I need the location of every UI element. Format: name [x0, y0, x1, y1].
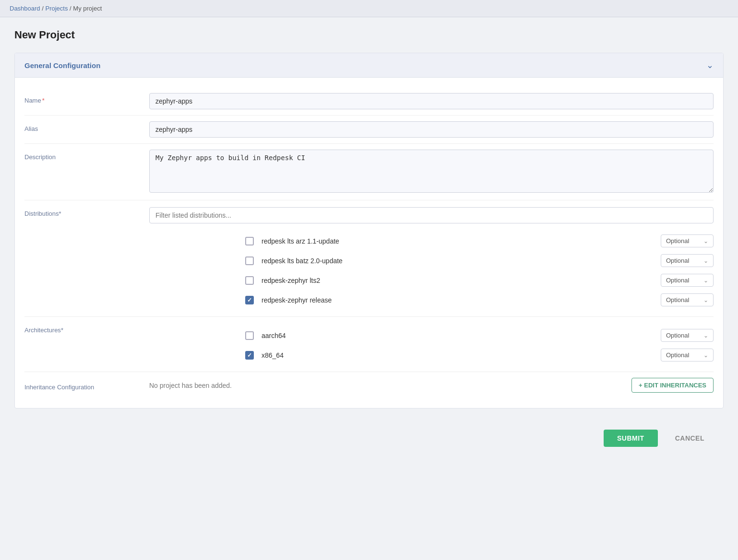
- dist-dropdown-chevron-1: ⌄: [703, 238, 708, 245]
- page-title: New Project: [14, 29, 724, 41]
- name-label: Name*: [24, 93, 149, 104]
- arch-row-1: aarch64 Optional ⌄: [245, 326, 714, 345]
- alias-input-wrap: [149, 121, 714, 138]
- cancel-button[interactable]: CANCEL: [666, 430, 714, 447]
- name-row: Name*: [24, 87, 714, 116]
- submit-button[interactable]: SUBMIT: [604, 430, 658, 447]
- arch-dropdown-chevron-1: ⌄: [703, 332, 708, 339]
- dist-name-2: redpesk lts batz 2.0-update: [262, 257, 661, 265]
- distributions-list: redpesk lts arz 1.1-update Optional ⌄ re…: [149, 231, 714, 310]
- arch-optional-label-1: Optional: [666, 332, 689, 339]
- distributions-label: Distributions*: [24, 207, 149, 217]
- dist-optional-select-3[interactable]: Optional ⌄: [661, 274, 714, 287]
- breadcrumb-dashboard[interactable]: Dashboard: [10, 5, 40, 12]
- arch-optional-label-2: Optional: [666, 351, 689, 359]
- general-config-title: General Configuration: [24, 61, 100, 70]
- architectures-control: aarch64 Optional ⌄ x86_64 Optional: [149, 324, 714, 365]
- description-input-wrap: My Zephyr apps to build in Redpesk CI: [149, 150, 714, 194]
- dist-optional-label-3: Optional: [666, 277, 689, 284]
- dist-checkbox-4[interactable]: [245, 296, 254, 304]
- dist-name-4: redpesk-zephyr release: [262, 296, 661, 304]
- alias-row: Alias: [24, 116, 714, 144]
- dist-name-1: redpesk lts arz 1.1-update: [262, 237, 661, 245]
- dist-optional-label-2: Optional: [666, 257, 689, 264]
- dist-row-3: redpesk-zephyr lts2 Optional ⌄: [245, 270, 714, 290]
- breadcrumb-current: My project: [73, 5, 102, 12]
- arch-name-2: x86_64: [262, 351, 661, 359]
- chevron-down-icon[interactable]: ⌄: [706, 60, 714, 70]
- alias-input[interactable]: [149, 121, 714, 138]
- arch-optional-select-2[interactable]: Optional ⌄: [661, 349, 714, 362]
- description-row: Description My Zephyr apps to build in R…: [24, 144, 714, 200]
- inheritance-label: Inheritance Configuration: [24, 380, 149, 391]
- architectures-section: Architectures* aarch64 Optional ⌄: [24, 317, 714, 372]
- dist-name-3: redpesk-zephyr lts2: [262, 277, 661, 284]
- inheritance-no-project-text: No project has been added.: [149, 382, 232, 389]
- arch-dropdown-chevron-2: ⌄: [703, 352, 708, 359]
- description-input[interactable]: My Zephyr apps to build in Redpesk CI: [149, 150, 714, 193]
- arch-name-1: aarch64: [262, 332, 661, 339]
- breadcrumb: Dashboard / Projects / My project: [0, 0, 738, 17]
- arch-row-2: x86_64 Optional ⌄: [245, 345, 714, 365]
- edit-inheritances-button[interactable]: + EDIT INHERITANCES: [631, 378, 714, 393]
- breadcrumb-projects[interactable]: Projects: [45, 5, 68, 12]
- dist-row-2: redpesk lts batz 2.0-update Optional ⌄: [245, 251, 714, 270]
- distributions-control: redpesk lts arz 1.1-update Optional ⌄ re…: [149, 207, 714, 310]
- distributions-filter-input[interactable]: [149, 207, 714, 223]
- dist-optional-label-1: Optional: [666, 237, 689, 245]
- dist-optional-label-4: Optional: [666, 296, 689, 303]
- dist-dropdown-chevron-2: ⌄: [703, 257, 708, 264]
- dist-optional-select-2[interactable]: Optional ⌄: [661, 254, 714, 267]
- dist-checkbox-3[interactable]: [245, 276, 254, 285]
- arch-optional-select-1[interactable]: Optional ⌄: [661, 329, 714, 342]
- architectures-list: aarch64 Optional ⌄ x86_64 Optional: [149, 326, 714, 365]
- arch-checkbox-2[interactable]: [245, 351, 254, 360]
- dist-row-1: redpesk lts arz 1.1-update Optional ⌄: [245, 231, 714, 251]
- dist-optional-select-4[interactable]: Optional ⌄: [661, 293, 714, 306]
- arch-checkbox-1[interactable]: [245, 331, 254, 340]
- name-input[interactable]: [149, 93, 714, 109]
- inheritance-row: Inheritance Configuration No project has…: [24, 372, 714, 398]
- form-actions: SUBMIT CANCEL: [14, 418, 724, 458]
- inheritance-content: No project has been added. + EDIT INHERI…: [149, 378, 714, 393]
- architectures-label: Architectures*: [24, 324, 149, 334]
- dist-row-4: redpesk-zephyr release Optional ⌄: [245, 290, 714, 310]
- dist-dropdown-chevron-3: ⌄: [703, 277, 708, 284]
- distributions-section: Distributions* redpesk lts arz 1.1-updat…: [24, 200, 714, 317]
- general-config-card: General Configuration ⌄ Name* Alias: [14, 53, 724, 408]
- general-config-body: Name* Alias Description My Zephyr apps t…: [15, 78, 723, 408]
- alias-label: Alias: [24, 121, 149, 132]
- dist-optional-select-1[interactable]: Optional ⌄: [661, 234, 714, 247]
- general-config-header: General Configuration ⌄: [15, 53, 723, 78]
- dist-checkbox-2[interactable]: [245, 257, 254, 265]
- description-label: Description: [24, 150, 149, 161]
- dist-checkbox-1[interactable]: [245, 237, 254, 245]
- name-input-wrap: [149, 93, 714, 109]
- dist-dropdown-chevron-4: ⌄: [703, 297, 708, 303]
